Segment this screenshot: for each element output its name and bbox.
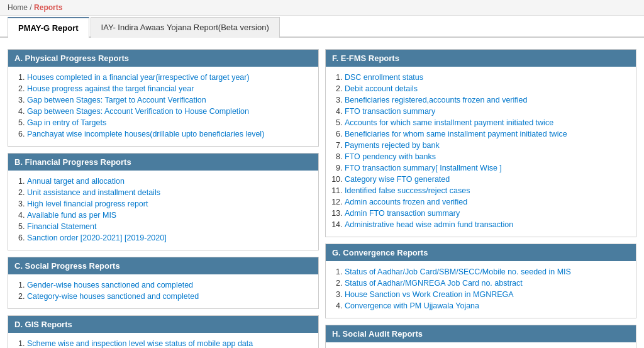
list-item[interactable]: Unit assistance and installment details bbox=[27, 187, 311, 198]
list-item[interactable]: Status of Aadhar/MGNREGA Job Card no. ab… bbox=[345, 278, 628, 289]
list-item[interactable]: Admin FTO transaction summary bbox=[345, 208, 628, 219]
list-item[interactable]: Panchayat wise incomplete houses(drillab… bbox=[27, 128, 311, 140]
section-gis-header: D. GIS Reports bbox=[8, 316, 318, 333]
list-item[interactable]: FTO pendency with banks bbox=[345, 151, 628, 162]
section-social-audit-body: Beneficiary details for verification bbox=[326, 342, 636, 348]
section-convergence: G. Convergence Reports Status of Aadhar/… bbox=[325, 244, 636, 318]
tabs-bar: PMAY-G Report IAY- Indira Awaas Yojana R… bbox=[0, 16, 644, 38]
breadcrumb: Home / Reports bbox=[0, 0, 644, 16]
section-social-audit: H. Social Audit Reports Beneficiary deta… bbox=[325, 325, 636, 348]
section-gis: D. GIS Reports Scheme wise and inspectio… bbox=[8, 315, 319, 348]
list-item[interactable]: Category-wise houses sanctioned and comp… bbox=[27, 291, 311, 302]
list-item[interactable]: Houses completed in a financial year(irr… bbox=[27, 72, 311, 83]
section-physical-header: A. Physical Progress Reports bbox=[8, 50, 318, 67]
section-physical-body: Houses completed in a financial year(irr… bbox=[8, 67, 318, 146]
list-item[interactable]: DSC enrollment status bbox=[345, 72, 628, 83]
list-item[interactable]: Gap between Stages: Account Verification… bbox=[27, 106, 311, 117]
list-item[interactable]: Admin accounts frozen and verified bbox=[345, 196, 628, 208]
breadcrumb-home[interactable]: Home bbox=[8, 3, 28, 12]
list-item[interactable]: House Sanction vs Work Creation in MGNRE… bbox=[345, 289, 628, 300]
list-item[interactable]: FTO transaction summary[ Installment Wis… bbox=[345, 162, 628, 174]
section-efms: F. E-FMS Reports DSC enrollment statusDe… bbox=[325, 49, 636, 237]
section-social-audit-header: H. Social Audit Reports bbox=[326, 325, 636, 342]
list-item[interactable]: House progress against the target financ… bbox=[27, 83, 311, 94]
list-item[interactable]: Gender-wise houses sanctioned and comple… bbox=[27, 279, 311, 291]
list-item[interactable]: Annual target and allocation bbox=[27, 176, 311, 187]
tab-pmay[interactable]: PMAY-G Report bbox=[8, 17, 89, 38]
list-item[interactable]: Accounts for which same installment paym… bbox=[345, 117, 628, 128]
section-social-header: C. Social Progress Reports bbox=[8, 257, 318, 274]
section-financial: B. Financial Progress Reports Annual tar… bbox=[8, 153, 319, 250]
list-item[interactable]: Payments rejected by bank bbox=[345, 140, 628, 151]
list-item[interactable]: Convergence with PM Ujjawala Yojana bbox=[345, 300, 628, 312]
list-item[interactable]: Scheme wise and inspection level wise st… bbox=[27, 338, 311, 348]
list-item[interactable]: Status of Aadhar/Job Card/SBM/SECC/Mobil… bbox=[345, 266, 628, 278]
list-item[interactable]: Gap between Stages: Target to Account Ve… bbox=[27, 94, 311, 106]
list-item[interactable]: Debit account details bbox=[345, 83, 628, 94]
section-convergence-header: G. Convergence Reports bbox=[326, 244, 636, 261]
list-item[interactable]: Sanction order [2020-2021] [2019-2020] bbox=[27, 232, 311, 244]
section-convergence-body: Status of Aadhar/Job Card/SBM/SECC/Mobil… bbox=[326, 261, 636, 318]
tab-iay[interactable]: IAY- Indira Awaas Yojana Report(Beta ver… bbox=[91, 17, 280, 38]
breadcrumb-current: Reports bbox=[34, 3, 62, 12]
section-gis-body: Scheme wise and inspection level wise st… bbox=[8, 333, 318, 348]
list-item[interactable]: Category wise FTO generated bbox=[345, 174, 628, 185]
list-item[interactable]: Available fund as per MIS bbox=[27, 210, 311, 221]
section-physical: A. Physical Progress Reports Houses comp… bbox=[8, 49, 319, 147]
list-item[interactable]: Beneficiaries registered,accounts frozen… bbox=[345, 94, 628, 106]
list-item[interactable]: Financial Statement bbox=[27, 221, 311, 232]
list-item[interactable]: Gap in entry of Targets bbox=[27, 117, 311, 128]
left-column: A. Physical Progress Reports Houses comp… bbox=[8, 49, 319, 348]
list-item[interactable]: Identified false success/reject cases bbox=[345, 185, 628, 196]
list-item[interactable]: Administrative head wise admin fund tran… bbox=[345, 219, 628, 230]
section-efms-header: F. E-FMS Reports bbox=[326, 50, 636, 67]
breadcrumb-separator: / bbox=[30, 3, 31, 12]
section-social-body: Gender-wise houses sanctioned and comple… bbox=[8, 274, 318, 308]
list-item[interactable]: High level financial progress report bbox=[27, 198, 311, 210]
list-item[interactable]: FTO transaction summary bbox=[345, 106, 628, 117]
list-item[interactable]: Beneficiaries for whom same installment … bbox=[345, 128, 628, 140]
section-financial-header: B. Financial Progress Reports bbox=[8, 154, 318, 171]
section-efms-body: DSC enrollment statusDebit account detai… bbox=[326, 67, 636, 237]
right-column: F. E-FMS Reports DSC enrollment statusDe… bbox=[325, 49, 636, 348]
section-social: C. Social Progress Reports Gender-wise h… bbox=[8, 257, 319, 309]
section-financial-body: Annual target and allocationUnit assista… bbox=[8, 171, 318, 250]
main-content: A. Physical Progress Reports Houses comp… bbox=[0, 44, 644, 348]
